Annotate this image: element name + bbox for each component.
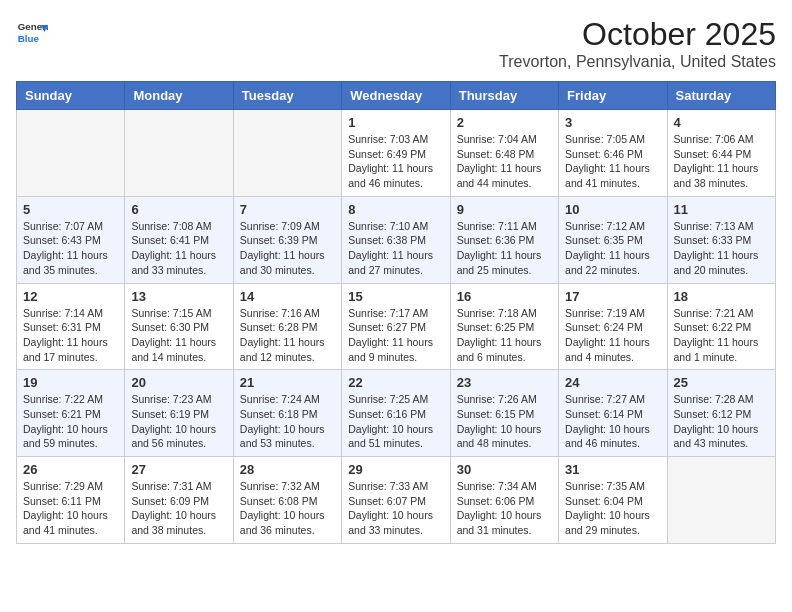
day-info: Sunrise: 7:34 AM Sunset: 6:06 PM Dayligh… — [457, 479, 552, 538]
day-info: Sunrise: 7:24 AM Sunset: 6:18 PM Dayligh… — [240, 392, 335, 451]
calendar-week-2: 5Sunrise: 7:07 AM Sunset: 6:43 PM Daylig… — [17, 196, 776, 283]
calendar-cell: 16Sunrise: 7:18 AM Sunset: 6:25 PM Dayli… — [450, 283, 558, 370]
day-number: 6 — [131, 202, 226, 217]
day-info: Sunrise: 7:09 AM Sunset: 6:39 PM Dayligh… — [240, 219, 335, 278]
calendar-cell: 5Sunrise: 7:07 AM Sunset: 6:43 PM Daylig… — [17, 196, 125, 283]
day-number: 31 — [565, 462, 660, 477]
day-info: Sunrise: 7:32 AM Sunset: 6:08 PM Dayligh… — [240, 479, 335, 538]
calendar-cell — [233, 110, 341, 197]
calendar-cell: 9Sunrise: 7:11 AM Sunset: 6:36 PM Daylig… — [450, 196, 558, 283]
day-info: Sunrise: 7:13 AM Sunset: 6:33 PM Dayligh… — [674, 219, 769, 278]
day-number: 21 — [240, 375, 335, 390]
day-info: Sunrise: 7:33 AM Sunset: 6:07 PM Dayligh… — [348, 479, 443, 538]
calendar-cell: 19Sunrise: 7:22 AM Sunset: 6:21 PM Dayli… — [17, 370, 125, 457]
day-info: Sunrise: 7:08 AM Sunset: 6:41 PM Dayligh… — [131, 219, 226, 278]
day-info: Sunrise: 7:11 AM Sunset: 6:36 PM Dayligh… — [457, 219, 552, 278]
day-number: 12 — [23, 289, 118, 304]
calendar-cell: 31Sunrise: 7:35 AM Sunset: 6:04 PM Dayli… — [559, 457, 667, 544]
calendar-cell: 3Sunrise: 7:05 AM Sunset: 6:46 PM Daylig… — [559, 110, 667, 197]
calendar-cell — [125, 110, 233, 197]
calendar-cell: 20Sunrise: 7:23 AM Sunset: 6:19 PM Dayli… — [125, 370, 233, 457]
calendar-cell: 11Sunrise: 7:13 AM Sunset: 6:33 PM Dayli… — [667, 196, 775, 283]
day-number: 8 — [348, 202, 443, 217]
calendar-cell: 14Sunrise: 7:16 AM Sunset: 6:28 PM Dayli… — [233, 283, 341, 370]
day-number: 17 — [565, 289, 660, 304]
calendar-cell: 18Sunrise: 7:21 AM Sunset: 6:22 PM Dayli… — [667, 283, 775, 370]
day-info: Sunrise: 7:04 AM Sunset: 6:48 PM Dayligh… — [457, 132, 552, 191]
calendar-cell: 29Sunrise: 7:33 AM Sunset: 6:07 PM Dayli… — [342, 457, 450, 544]
day-number: 14 — [240, 289, 335, 304]
calendar-cell: 13Sunrise: 7:15 AM Sunset: 6:30 PM Dayli… — [125, 283, 233, 370]
day-number: 24 — [565, 375, 660, 390]
day-number: 7 — [240, 202, 335, 217]
calendar-cell: 25Sunrise: 7:28 AM Sunset: 6:12 PM Dayli… — [667, 370, 775, 457]
day-number: 1 — [348, 115, 443, 130]
calendar-week-3: 12Sunrise: 7:14 AM Sunset: 6:31 PM Dayli… — [17, 283, 776, 370]
calendar-header-row: Sunday Monday Tuesday Wednesday Thursday… — [17, 82, 776, 110]
calendar-cell: 12Sunrise: 7:14 AM Sunset: 6:31 PM Dayli… — [17, 283, 125, 370]
day-info: Sunrise: 7:15 AM Sunset: 6:30 PM Dayligh… — [131, 306, 226, 365]
day-info: Sunrise: 7:25 AM Sunset: 6:16 PM Dayligh… — [348, 392, 443, 451]
day-info: Sunrise: 7:21 AM Sunset: 6:22 PM Dayligh… — [674, 306, 769, 365]
calendar-cell: 23Sunrise: 7:26 AM Sunset: 6:15 PM Dayli… — [450, 370, 558, 457]
location-subtitle: Trevorton, Pennsylvania, United States — [499, 53, 776, 71]
header-monday: Monday — [125, 82, 233, 110]
calendar-cell: 7Sunrise: 7:09 AM Sunset: 6:39 PM Daylig… — [233, 196, 341, 283]
day-info: Sunrise: 7:31 AM Sunset: 6:09 PM Dayligh… — [131, 479, 226, 538]
page-header: General Blue October 2025 Trevorton, Pen… — [16, 16, 776, 71]
day-info: Sunrise: 7:35 AM Sunset: 6:04 PM Dayligh… — [565, 479, 660, 538]
calendar-cell: 6Sunrise: 7:08 AM Sunset: 6:41 PM Daylig… — [125, 196, 233, 283]
calendar-cell: 15Sunrise: 7:17 AM Sunset: 6:27 PM Dayli… — [342, 283, 450, 370]
day-info: Sunrise: 7:10 AM Sunset: 6:38 PM Dayligh… — [348, 219, 443, 278]
day-number: 16 — [457, 289, 552, 304]
day-number: 5 — [23, 202, 118, 217]
day-info: Sunrise: 7:03 AM Sunset: 6:49 PM Dayligh… — [348, 132, 443, 191]
header-saturday: Saturday — [667, 82, 775, 110]
calendar-cell: 21Sunrise: 7:24 AM Sunset: 6:18 PM Dayli… — [233, 370, 341, 457]
day-number: 2 — [457, 115, 552, 130]
day-info: Sunrise: 7:19 AM Sunset: 6:24 PM Dayligh… — [565, 306, 660, 365]
day-info: Sunrise: 7:14 AM Sunset: 6:31 PM Dayligh… — [23, 306, 118, 365]
day-number: 20 — [131, 375, 226, 390]
day-number: 19 — [23, 375, 118, 390]
day-info: Sunrise: 7:12 AM Sunset: 6:35 PM Dayligh… — [565, 219, 660, 278]
day-number: 22 — [348, 375, 443, 390]
calendar-cell — [17, 110, 125, 197]
calendar-cell — [667, 457, 775, 544]
calendar-cell: 22Sunrise: 7:25 AM Sunset: 6:16 PM Dayli… — [342, 370, 450, 457]
calendar-cell: 10Sunrise: 7:12 AM Sunset: 6:35 PM Dayli… — [559, 196, 667, 283]
day-number: 23 — [457, 375, 552, 390]
day-number: 15 — [348, 289, 443, 304]
calendar-cell: 4Sunrise: 7:06 AM Sunset: 6:44 PM Daylig… — [667, 110, 775, 197]
calendar-week-1: 1Sunrise: 7:03 AM Sunset: 6:49 PM Daylig… — [17, 110, 776, 197]
calendar-cell: 8Sunrise: 7:10 AM Sunset: 6:38 PM Daylig… — [342, 196, 450, 283]
day-number: 25 — [674, 375, 769, 390]
day-info: Sunrise: 7:28 AM Sunset: 6:12 PM Dayligh… — [674, 392, 769, 451]
day-info: Sunrise: 7:29 AM Sunset: 6:11 PM Dayligh… — [23, 479, 118, 538]
day-number: 26 — [23, 462, 118, 477]
header-friday: Friday — [559, 82, 667, 110]
calendar-cell: 1Sunrise: 7:03 AM Sunset: 6:49 PM Daylig… — [342, 110, 450, 197]
day-info: Sunrise: 7:16 AM Sunset: 6:28 PM Dayligh… — [240, 306, 335, 365]
calendar-cell: 26Sunrise: 7:29 AM Sunset: 6:11 PM Dayli… — [17, 457, 125, 544]
day-info: Sunrise: 7:26 AM Sunset: 6:15 PM Dayligh… — [457, 392, 552, 451]
header-sunday: Sunday — [17, 82, 125, 110]
calendar-cell: 30Sunrise: 7:34 AM Sunset: 6:06 PM Dayli… — [450, 457, 558, 544]
calendar-week-4: 19Sunrise: 7:22 AM Sunset: 6:21 PM Dayli… — [17, 370, 776, 457]
day-number: 13 — [131, 289, 226, 304]
day-info: Sunrise: 7:17 AM Sunset: 6:27 PM Dayligh… — [348, 306, 443, 365]
title-block: October 2025 Trevorton, Pennsylvania, Un… — [499, 16, 776, 71]
calendar-cell: 27Sunrise: 7:31 AM Sunset: 6:09 PM Dayli… — [125, 457, 233, 544]
day-info: Sunrise: 7:05 AM Sunset: 6:46 PM Dayligh… — [565, 132, 660, 191]
calendar-cell: 17Sunrise: 7:19 AM Sunset: 6:24 PM Dayli… — [559, 283, 667, 370]
day-number: 27 — [131, 462, 226, 477]
month-title: October 2025 — [499, 16, 776, 53]
calendar-cell: 2Sunrise: 7:04 AM Sunset: 6:48 PM Daylig… — [450, 110, 558, 197]
calendar-cell: 28Sunrise: 7:32 AM Sunset: 6:08 PM Dayli… — [233, 457, 341, 544]
header-tuesday: Tuesday — [233, 82, 341, 110]
day-info: Sunrise: 7:23 AM Sunset: 6:19 PM Dayligh… — [131, 392, 226, 451]
day-number: 28 — [240, 462, 335, 477]
day-number: 4 — [674, 115, 769, 130]
day-info: Sunrise: 7:06 AM Sunset: 6:44 PM Dayligh… — [674, 132, 769, 191]
day-number: 11 — [674, 202, 769, 217]
